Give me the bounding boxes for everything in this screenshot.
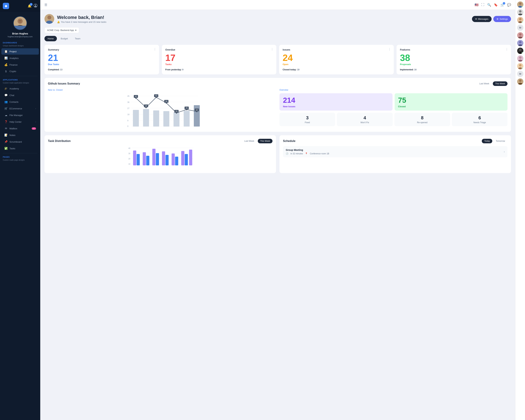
svg-rect-75 [175,157,178,165]
task-last-week-btn[interactable]: Last Week [242,139,257,143]
svg-text:9: 9 [127,120,129,122]
sidebar-item-label: Contacts [9,101,18,103]
top-bar: ☰ 🇺🇸 ⛶ 🔍 🔖 🛒 5 💬 [40,0,515,10]
svg-point-9 [47,16,51,19]
contacts-icon: 👥 [4,100,8,103]
stat-card-issues: ⋮ Issues 24 Open Closed today: 19 [279,45,394,74]
schedule-title: Schedule [283,140,295,143]
avatar-initial-m[interactable]: M [517,25,524,31]
avatar-item[interactable] [517,32,524,38]
task-distribution-card: Task Distribution Last Week This Week 40… [45,135,276,173]
sidebar-item-finance[interactable]: 💰 Finance [1,62,39,68]
sidebar-item-project[interactable]: 📋 Project [1,48,39,55]
avatar-item[interactable] [517,9,524,15]
applications-sublabel: Custom made application designs [0,82,40,85]
sidebar-item-label: Scrumboard [9,140,22,143]
needs-triage-label: Needs Triage [454,121,505,124]
avatar-item[interactable] [517,78,524,85]
svg-text:45: 45 [127,95,130,97]
this-week-btn[interactable]: This Week [493,81,507,86]
task-this-week-btn[interactable]: This Week [258,139,272,143]
stat-card-features: ⋮ Features 38 Proposals Implemented: 16 [396,45,511,74]
stat-number: 17 [165,53,273,62]
sidebar-item-label: Finance [9,64,18,66]
avatar-item[interactable] [517,63,524,69]
avatar-item[interactable] [517,1,524,8]
online-indicator [522,52,523,54]
avatar-item[interactable] [517,48,524,54]
notes-icon: 📝 [4,133,8,137]
github-title: Github Issues Summary [48,82,80,85]
cart-icon[interactable]: 🛒 5 [500,3,504,7]
sidebar-item-label: Academy [9,87,19,90]
tomorrow-btn[interactable]: Tomorrow [493,139,507,143]
github-issues-card: Github Issues Summary Last Week This Wee… [45,78,511,132]
event-chevron-icon[interactable]: › [504,150,505,153]
messages-button[interactable]: ✉ Messages [472,16,492,22]
svg-point-6 [20,20,21,21]
chat-icon[interactable]: 💬 [507,3,511,7]
sidebar-item-help-center[interactable]: ❓ Help Center › [1,119,39,125]
user-circle-icon[interactable] [34,4,38,8]
reopened-number: 8 [397,115,448,121]
sidebar-item-notes[interactable]: 📝 Notes [1,132,39,138]
notification-bell[interactable]: 🔔 3 [28,4,31,8]
finance-icon: 💰 [4,63,8,66]
sidebar: ◆ 🔔 3 [0,0,40,420]
ecommerce-icon: 🛒 [4,107,8,110]
svg-text:10: 10 [129,163,131,165]
avatar-item[interactable] [517,40,524,46]
event-location: Conference room 1B [310,152,329,155]
welcome-left: Welcome back, Brian! 🔔 You have 2 new me… [45,14,106,24]
tab-team[interactable]: Team [72,36,84,41]
search-icon[interactable]: 🔍 [487,3,491,7]
card-menu-icon[interactable]: ⋮ [153,48,156,51]
avatar [13,16,27,30]
expand-icon[interactable]: ⛶ [481,3,484,7]
tab-home[interactable]: Home [45,36,57,41]
sidebar-item-academy[interactable]: 🎓 Academy [1,85,39,92]
last-week-btn[interactable]: Last Week [477,81,492,86]
sidebar-item-file-manager[interactable]: ☁ File Manager [1,112,39,118]
flag-icon[interactable]: 🇺🇸 [475,3,478,7]
bookmark-icon[interactable]: 🔖 [494,3,498,7]
card-menu-icon[interactable]: ⋮ [388,48,391,51]
notification-badge: 3 [30,3,33,6]
overview-area: Overview 214 New Issues 75 Closed [280,89,507,128]
sidebar-item-label: Help Center [9,121,21,123]
avatar-initial-m2[interactable]: M [517,71,524,77]
sidebar-item-mailbox[interactable]: ✉ Mailbox 27 [1,125,39,131]
svg-point-48 [176,112,177,113]
stat-sublabel: Open [283,63,390,66]
avatar-item[interactable] [517,17,524,23]
chart-subtitle: New vs. Closed [48,89,276,91]
sidebar-item-ecommerce[interactable]: 🛒 ECommerce › [1,105,39,112]
today-btn[interactable]: Today [482,139,492,143]
hamburger-menu[interactable]: ☰ [45,3,47,7]
sidebar-item-scrumboard[interactable]: 📌 Scrumboard [1,139,39,145]
sidebar-top: ◆ 🔔 3 [0,0,40,12]
card-menu-icon[interactable]: ⋮ [271,48,273,51]
settings-button[interactable]: ⚙ Settings [493,16,511,22]
project-selector[interactable]: ACME Corp. Backend App ▾ [45,27,79,33]
stat-number: 21 [48,53,156,62]
location-icon: 📍 [305,152,308,155]
analytics-icon: 📊 [4,56,8,60]
bottom-grid: Task Distribution Last Week This Week 40… [45,135,511,173]
sidebar-item-chat[interactable]: 💬 Chat [1,92,39,98]
closed-card: 75 Closed [395,93,508,111]
sidebar-item-contacts[interactable]: 👥 Contacts [1,99,39,105]
sidebar-item-tasks[interactable]: ✅ Tasks [1,145,39,151]
sidebar-item-crypto[interactable]: $ Crypto [1,68,39,74]
tasks-icon: ✅ [4,147,8,150]
pages-sublabel: Custom made page designs [0,159,40,162]
card-menu-icon[interactable]: ⋮ [506,48,508,51]
clock-icon: 🕐 [286,152,288,155]
sidebar-item-label: Project [9,50,17,53]
svg-point-5 [19,20,20,21]
sidebar-item-analytics[interactable]: 📊 Analytics [1,55,39,61]
avatar-item[interactable] [517,55,524,62]
applications-label: APPLICATIONS [0,77,40,82]
mailbox-icon: ✉ [4,127,8,130]
tab-budget[interactable]: Budget [57,36,71,41]
